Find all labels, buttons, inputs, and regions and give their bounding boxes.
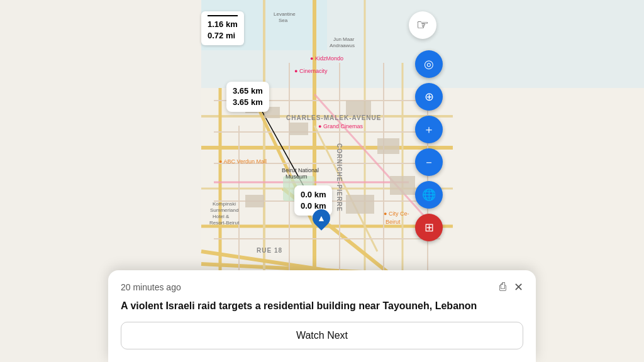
svg-rect-35	[346, 101, 371, 116]
map-label-museum: Museum	[286, 173, 308, 180]
hand-cursor-button[interactable]: ☞	[409, 11, 436, 39]
svg-rect-38	[346, 195, 374, 214]
map-label-kidzmondo: ● KidzMondo	[310, 55, 343, 62]
map-label-city-ce: ● City Ce-	[384, 211, 409, 217]
map-container: Levantine Sea Jun Maar Andraawus ● KidzM…	[0, 0, 644, 362]
svg-rect-36	[377, 138, 399, 154]
share-button[interactable]: ⎙	[499, 280, 506, 294]
map-label-sea: Sea	[279, 18, 287, 23]
map-label-rue18: RUE 18	[257, 247, 282, 254]
scale-km: 1.16 km	[208, 19, 238, 29]
info-card: 20 minutes ago ⎙ ✕ A violent Israeli rai…	[108, 270, 536, 362]
callout-top-line2: 3.65 km	[233, 97, 263, 108]
location-button[interactable]: ◎	[415, 50, 443, 78]
info-card-actions: ⎙ ✕	[499, 280, 523, 294]
search-map-icon: ⊕	[425, 90, 434, 104]
navigation-arrow-icon: ▲	[317, 213, 326, 223]
map-label-city-beirut: Beirut	[386, 219, 401, 225]
callout-top-line1: 3.65 km	[233, 85, 263, 97]
globe-icon: 🌐	[422, 188, 436, 202]
hand-icon: ☞	[416, 17, 429, 33]
map-label-resort: Resort-Beirut	[209, 220, 239, 226]
map-label-junmaar: Jun Maar	[333, 36, 354, 42]
distance-callout-top: 3.65 km 3.65 km	[226, 82, 269, 112]
info-card-header: 20 minutes ago ⎙ ✕	[121, 280, 523, 294]
map-label-kompinski: Kompinski	[213, 201, 236, 207]
scale-indicator: 1.16 km 0.72 mi	[201, 11, 244, 45]
close-button[interactable]: ✕	[514, 280, 523, 294]
globe-button[interactable]: 🌐	[415, 181, 443, 209]
watch-next-button[interactable]: Watch Next	[121, 322, 523, 349]
map-label-grand-cinemas: ● Grand Cinemas	[318, 123, 363, 129]
map-label-hotel: Hotel &	[213, 214, 229, 219]
callout-center-line1: 0.0 km	[301, 189, 326, 200]
svg-rect-34	[289, 123, 308, 135]
map-label-abc-verdun: ● ABC Verdun Mall	[219, 158, 267, 165]
info-card-time: 20 minutes ago	[121, 282, 181, 292]
map-label-corniche: CORNICHE-PIERRE	[336, 143, 343, 212]
svg-rect-39	[390, 176, 415, 195]
map-label-levantine: Levantine	[274, 11, 296, 17]
zoom-out-icon: －	[423, 155, 435, 170]
zoom-in-button[interactable]: ＋	[415, 116, 443, 143]
search-map-button[interactable]: ⊕	[415, 83, 443, 111]
scale-mi: 0.72 mi	[208, 31, 235, 40]
map-label-cinemacity: ● Cinemacity	[294, 68, 327, 74]
map-label-charles-malek: CHARLES-MALEK-AVENUE	[286, 114, 381, 121]
map-label-beirut-national: Beirut National	[282, 167, 319, 173]
map-label-andraawus: Andraawus	[330, 43, 355, 48]
layers-icon: ⊞	[425, 221, 434, 234]
layers-button[interactable]: ⊞	[415, 214, 443, 241]
right-toolbar: ◎ ⊕ ＋ － 🌐 ⊞	[415, 50, 443, 241]
location-icon: ◎	[424, 57, 434, 71]
navigation-pin: ▲	[313, 209, 330, 227]
info-card-headline: A violent Israeli raid targets a residen…	[121, 299, 523, 313]
svg-rect-37	[245, 195, 264, 207]
map-label-summerland: Summerland	[210, 207, 238, 213]
zoom-out-button[interactable]: －	[415, 148, 443, 176]
zoom-in-icon: ＋	[423, 122, 435, 137]
